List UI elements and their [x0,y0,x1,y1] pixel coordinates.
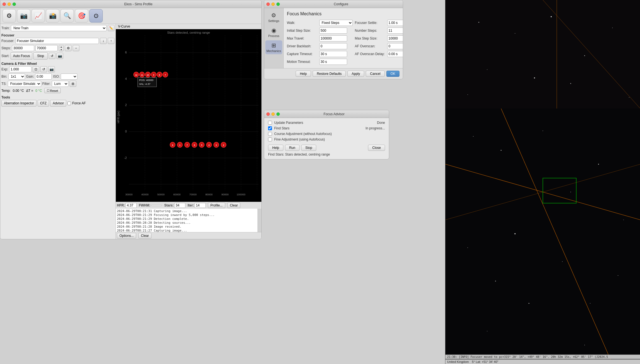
advisor-footer-row: Help Run Stop Close [268,143,385,151]
exp-loop-icon[interactable]: ↺ [40,66,47,72]
initial-step-input[interactable] [319,28,347,34]
advisor-run-button[interactable]: Run [285,145,300,151]
log-main: 2024-06-29T08:21:31 Capturing image... 2… [116,209,258,232]
find-stars-checkbox[interactable] [268,126,272,130]
configure-min-btn[interactable] [271,3,275,6]
capture-timeout-input[interactable] [319,51,347,57]
equipment-tool-btn[interactable]: 📷 [17,9,30,23]
gain-label: Gain: [26,75,34,78]
svg-text:3: 3 [216,144,217,146]
profile-button[interactable]: Profile... [208,203,225,208]
camera-tool-btn[interactable]: 📸 [46,9,59,23]
stop-button[interactable]: Stop [33,52,48,60]
advisor-button[interactable]: Advisor [50,100,66,107]
advisor-title: Focus Advisor [281,112,387,116]
force-af-checkbox[interactable] [67,102,71,105]
close-button[interactable] [3,3,6,6]
svg-text:50000: 50000 [157,193,165,196]
bottom-clear-button[interactable]: Clear [138,233,151,238]
advisor-stop-button[interactable]: Stop [301,145,317,151]
motion-timeout-input[interactable] [319,59,347,65]
sidebar-item-settings[interactable]: ⚙ Settings [265,10,282,24]
filter-settings-icon[interactable]: ⊞ [70,81,76,87]
help-button[interactable]: Help [296,71,311,77]
sidebar-item-process[interactable]: ◉ Process [265,25,282,39]
ok-button[interactable]: OK [386,71,399,77]
bin-select[interactable]: 1x1 [8,73,25,80]
focuser-down-icon[interactable]: ↓ [100,38,107,44]
focuser-input[interactable] [16,38,99,44]
camera-section-title: Camera & Filter Wheel [1,62,114,66]
num-steps-input[interactable] [387,28,403,34]
svg-point-92 [623,220,624,220]
driver-backlash-input[interactable] [319,43,347,49]
update-params-checkbox[interactable] [268,121,272,125]
sidebar-item-mechanics[interactable]: ⊞ Mechanics [265,40,282,54]
tools-row: Aberration Inspector CFZ Advisor Force A… [1,100,114,107]
loop-icon[interactable]: ↺ [49,53,55,59]
gain-input[interactable] [35,73,52,80]
focuser-up-icon[interactable]: ↑ [108,38,114,44]
advisor-help-button[interactable]: Help [268,145,283,151]
clear-button[interactable]: Clear [227,203,241,208]
steps-settings-icon[interactable]: ⚙ [65,45,72,51]
temp-value: 0.00 °C [13,89,24,93]
exp-camera-icon[interactable]: 📷 [48,66,55,72]
force-af-label: Force AF [72,101,86,105]
vcurve-tab[interactable]: V-Curve [116,24,261,29]
exp-spin-icon[interactable]: ⊡ [33,66,39,72]
chart-tool-btn[interactable]: 📈 [31,9,45,23]
af-overscan-input[interactable] [387,43,403,49]
configure-close-btn[interactable] [266,3,270,6]
configure-content: ⚙ Settings ◉ Process ⊞ Mechanics Focus M… [264,8,403,68]
aberration-inspector-button[interactable]: Aberration Inspector [1,100,36,107]
train-select[interactable]: New Train [11,25,107,31]
options-button[interactable]: Options... [117,233,136,238]
ekos-window: Ekos - Sims Profile ⚙ 📷 📈 📸 🔍 🎯 ⊙ Train:… [0,0,262,239]
max-step-input[interactable] [387,35,403,41]
log-scrollbar[interactable] [258,209,261,232]
max-step-label: Max Step Size: [355,36,386,40]
fine-adj-checkbox[interactable] [268,137,272,141]
steps-spin-down[interactable]: ▼ [59,48,63,51]
bin-label: Bin: [1,75,7,78]
filter-select[interactable]: Lum [52,81,68,87]
walk-select[interactable]: Fixed Steps [319,20,353,26]
advisor-max-btn[interactable] [276,112,280,116]
iso-select[interactable] [61,73,77,80]
star-field-svg [445,0,640,109]
camera-icon[interactable]: 📷 [57,53,63,59]
advisor-min-btn[interactable] [271,112,275,116]
focus-tool-btn[interactable]: ⊙ [89,9,103,23]
configure-max-btn[interactable] [276,3,280,6]
ts-select[interactable]: Focuser Simulator [8,81,41,87]
maximize-button[interactable] [13,3,16,6]
af-overscan-delay-input[interactable] [387,51,403,57]
target-tool-btn[interactable]: 🎯 [75,9,88,23]
steps-to-input[interactable] [35,45,58,51]
search-tool-btn[interactable]: 🔍 [60,9,74,23]
steps-minus-icon[interactable]: − [73,45,79,51]
cfz-button[interactable]: CFZ [38,100,49,107]
svg-point-93 [495,281,496,282]
apply-button[interactable]: Apply [347,71,364,77]
focuser-settle-input[interactable] [387,20,403,26]
restore-defaults-button[interactable]: Restore Defaults [313,71,346,77]
cancel-button[interactable]: Cancel [366,71,384,77]
steps-spin-up[interactable]: ▲ [59,45,63,48]
steps-from-input[interactable] [12,45,34,51]
reset-button[interactable]: ☐ Reset [44,88,61,93]
advisor-close-btn[interactable] [266,112,270,116]
steps-row: Steps: ▲ ▼ ⚙ − [1,45,114,51]
max-travel-input[interactable] [319,35,347,41]
minimize-button[interactable] [8,3,11,6]
vcurve-tab-label: V-Curve [118,24,130,28]
train-edit-icon[interactable]: ✏️ [108,25,114,31]
course-adj-checkbox[interactable] [268,132,272,136]
auto-focus-button[interactable]: Auto Focus [11,52,33,60]
svg-text:2: 2 [125,103,127,107]
svg-point-68 [584,55,585,56]
advisor-close-button[interactable]: Close [368,145,385,151]
settings-tool-btn[interactable]: ⚙ [3,9,16,23]
exp-input[interactable] [9,66,31,72]
